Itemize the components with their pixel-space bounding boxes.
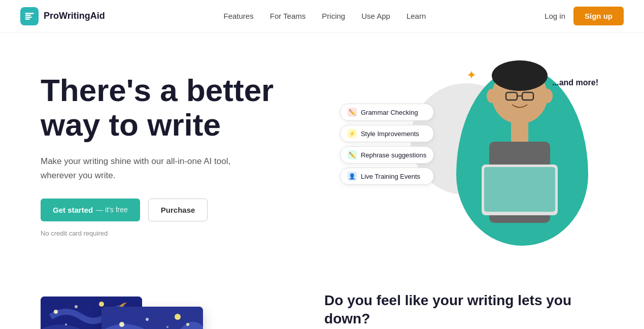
svg-point-16 [65,323,67,325]
svg-rect-7 [511,121,528,142]
chip-training-icon: 👤 [348,172,357,181]
svg-point-14 [99,302,104,307]
hero-image-area: ✏️ Grammar Checking ⚡ Style Improvements… [350,63,603,256]
purchase-button[interactable]: Purchase [148,199,208,221]
logo-text: ProWritingAid [44,11,105,21]
nav-links: Features For Teams Pricing Use App Learn [224,12,426,21]
chip-grammar-icon: ✏️ [348,108,357,117]
logo-icon [20,7,39,25]
svg-point-10 [543,89,553,103]
svg-point-9 [487,89,497,103]
svg-point-26 [175,314,181,320]
get-started-button[interactable]: Get started — it's free [41,199,140,221]
svg-point-29 [166,326,168,328]
chip-training: 👤 Live Training Events [340,168,434,185]
second-content: Do you feel like your writing lets you d… [324,286,606,329]
svg-point-8 [492,60,548,91]
chip-grammar: ✏️ Grammar Checking [340,104,434,121]
second-section-title: Do you feel like your writing lets you d… [324,291,606,328]
person-illustration [451,58,588,256]
and-more-text: ...and more! [552,78,598,87]
svg-point-12 [54,310,58,314]
hero-title: There's a better way to write [41,73,350,142]
nav-use-app[interactable]: Use App [361,12,390,20]
hero-content: There's a better way to write Make your … [41,63,350,237]
svg-rect-6 [484,167,555,212]
svg-point-13 [75,305,78,308]
nav-features[interactable]: Features [224,12,254,20]
star-badge: ✦ [466,68,477,82]
chip-style-icon: ⚡ [348,129,357,138]
svg-point-24 [119,322,124,327]
feature-chips: ✏️ Grammar Checking ⚡ Style Improvements… [340,104,434,185]
second-section: My idea in my head Do you feel like your… [0,276,644,329]
svg-point-27 [186,323,189,326]
hero-section: There's a better way to write Make your … [0,32,644,276]
svg-point-25 [146,318,149,321]
chip-rephrase-icon: ✏️ [348,150,357,159]
signup-button[interactable]: Sign up [573,7,624,25]
chip-style: ⚡ Style Improvements [340,125,434,142]
starry-night-container: My idea in my head [41,286,294,329]
hero-subtitle: Make your writing shine with our all-in-… [41,154,244,182]
no-credit-card-text: No credit card required [41,229,350,237]
navbar: ProWritingAid Features For Teams Pricing… [0,0,644,32]
nav-learn[interactable]: Learn [406,12,426,20]
hero-buttons: Get started — it's free Purchase [41,199,350,221]
logo[interactable]: ProWritingAid [20,7,105,25]
nav-pricing[interactable]: Pricing [322,12,345,20]
chip-rephrase: ✏️ Rephrase suggestions [340,146,434,163]
nav-actions: Log in Sign up [545,7,624,25]
painting-front [101,307,203,329]
login-button[interactable]: Log in [545,12,565,20]
image-stack: My idea in my head [41,286,223,329]
nav-for-teams[interactable]: For Teams [270,12,306,20]
